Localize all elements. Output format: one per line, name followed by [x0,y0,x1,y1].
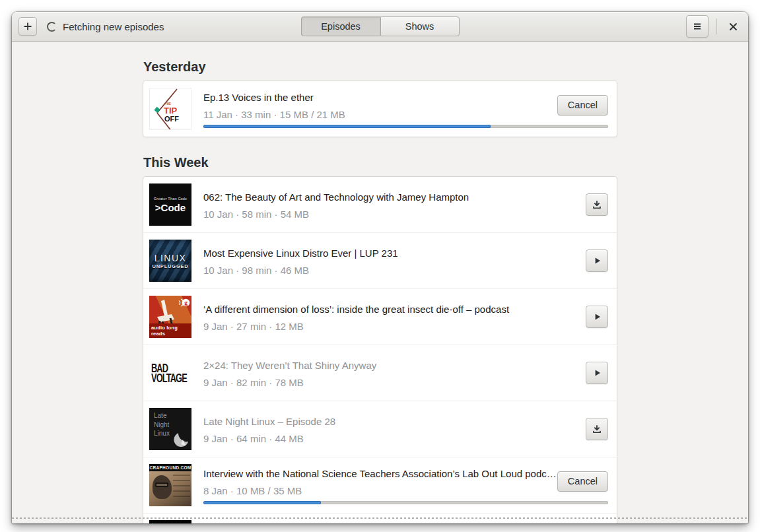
artwork-text: >Code [155,202,186,213]
podcast-artwork-the-tip-off: THE TIP OFF [149,88,191,130]
artwork-glasses [155,482,168,487]
download-button[interactable] [586,418,608,440]
play-button[interactable] [586,249,608,272]
episode-row-late-night-linux: Late Night Linux Late Night Linux – Epis… [143,401,617,457]
artwork-text: Night [154,420,191,430]
download-progress-fill [203,501,321,504]
episode-row-tip-off: THE TIP OFF Ep.13 Voices in the ether 11… [143,81,617,137]
loading-spinner-icon [47,22,57,32]
header-separator [716,18,717,34]
episode-title: 2×24: They Weren’t That Shiny Anyway [203,360,586,371]
episode-title: Interview with the National Science Teac… [203,468,557,479]
artwork-text-off: OFF [164,115,179,123]
cancel-download-button[interactable]: Cancel [557,95,608,116]
artwork-text: > [152,521,156,523]
episode-meta: 9 Jan · 82 min · 78 MB [203,377,586,388]
download-progressbar [203,125,608,128]
headerbar-right [686,15,743,38]
episode-meta: 9 Jan · 27 min · 12 MB [203,321,586,332]
status-text: Fetching new episodes [63,21,164,32]
episode-row-craphound: CRAPHOUND.COM Interview with the Nationa… [143,457,617,513]
podcast-artwork-linux-unplugged: LINUX UNPLUGGED [149,240,191,282]
cancel-download-button[interactable]: Cancel [557,471,608,492]
hamburger-menu-icon [692,21,703,32]
episode-title: 062: The Beauty of Art and Technology wi… [203,191,586,203]
podcast-artwork-craphound: CRAPHOUND.COM [149,464,191,506]
section-title-yesterday: Yesterday [143,59,617,75]
section-title-this-week: This Week [143,154,617,170]
play-button[interactable] [586,306,608,328]
artwork-text-tip: TIP [164,106,178,116]
episode-meta: 10 Jan · 98 min · 46 MB [203,265,586,276]
download-icon [592,424,602,434]
view-switcher: Episodes Shows [301,17,460,36]
artwork-text: LINUX [155,253,187,263]
crescent-moon-graphic [172,432,190,449]
add-podcast-button[interactable] [18,17,37,36]
artwork-text: CRAPHOUND.COM [149,464,191,471]
artwork-text: UNPLUGGED [152,263,188,269]
artwork-text: VOLTAGE [151,372,186,384]
play-icon [592,256,602,265]
podcast-artwork-late-night-linux: Late Night Linux [149,408,191,450]
episode-row-bad-voltage: BAD VOLTAGE 2×24: They Weren’t That Shin… [143,345,617,401]
headerbar: Fetching new episodes Episodes Shows [12,12,748,42]
artwork-background-shelves [173,475,190,501]
episode-row-audio-long-reads: g audio long reads ‘A different dimensio… [143,288,617,345]
svg-text:g: g [184,300,188,306]
artwork-text: Greater Than Code [154,197,188,201]
play-button[interactable] [586,362,608,384]
episode-title: Late Night Linux – Episode 28 [203,416,586,427]
close-button[interactable] [723,17,743,36]
episode-meta: 11 Jan · 33 min · 15 MB / 21 MB [203,109,557,120]
episode-meta: 9 Jan · 64 min · 44 MB [203,433,586,444]
menu-button[interactable] [686,15,708,38]
scroll-undershoot-indicator [12,517,748,519]
artwork-portrait [153,475,172,499]
episodes-scroll-area[interactable]: Yesterday THE TIP OFF [12,42,748,523]
download-progressbar [203,501,608,504]
artwork-text: audio long reads [149,323,191,338]
podcast-artwork-greater-than-code: Greater Than Code >Code [149,183,191,226]
app-window: Fetching new episodes Episodes Shows Yes… [12,12,748,523]
episode-meta: 10 Jan · 58 min · 54 MB [203,209,586,220]
podcast-artwork-audio-long-reads: g audio long reads [149,296,191,338]
podcast-artwork-irl: > IRL [149,520,191,523]
close-icon [729,22,738,31]
guardian-logo-icon: g [176,298,190,308]
episode-meta: 8 Jan · 10 MB / 35 MB [203,485,557,496]
tab-shows[interactable]: Shows [380,17,460,36]
episode-title: ‘A different dimension of loss’: inside … [203,304,586,315]
this-week-card: Greater Than Code >Code 062: The Beauty … [143,176,617,523]
episode-row-linux-unplugged: LINUX UNPLUGGED Most Expensive Linux Dis… [143,232,617,288]
play-icon [592,312,602,321]
episode-row-greater-than-code: Greater Than Code >Code 062: The Beauty … [143,177,617,232]
episode-title: Most Expensive Linux Distro Ever | LUP 2… [203,248,586,259]
yesterday-card: THE TIP OFF Ep.13 Voices in the ether 11… [143,81,617,137]
download-button[interactable] [586,193,608,216]
artwork-text: Late [154,411,191,420]
play-icon [592,368,602,378]
episode-title: Ep.13 Voices in the ether [203,92,557,103]
download-icon [592,199,602,210]
tab-episodes[interactable]: Episodes [301,17,380,36]
plus-icon [22,21,33,32]
podcast-artwork-bad-voltage: BAD VOLTAGE [149,352,191,394]
download-progress-fill [203,125,491,128]
